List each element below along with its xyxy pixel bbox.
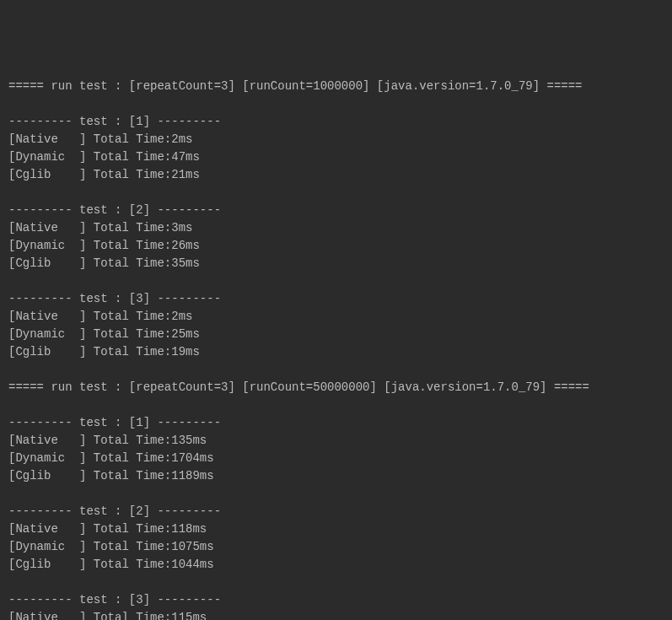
console-line: [Native ] Total Time:115ms: [8, 609, 664, 620]
console-line: [Dynamic ] Total Time:25ms: [8, 326, 664, 343]
console-line: [8, 361, 664, 379]
console-line: --------- test : [1] ---------: [8, 414, 664, 432]
console-line: [8, 396, 664, 414]
console-line: ===== run test : [repeatCount=3] [runCou…: [8, 379, 664, 396]
console-line: [Native ] Total Time:2ms: [8, 131, 664, 148]
console-line: [8, 95, 664, 113]
console-line: [Cglib ] Total Time:19ms: [8, 343, 664, 361]
console-line: --------- test : [2] ---------: [8, 503, 664, 520]
console-line: [8, 184, 664, 202]
console-line: [Native ] Total Time:3ms: [8, 219, 664, 237]
console-line: [Native ] Total Time:118ms: [8, 520, 664, 538]
console-line: [Dynamic ] Total Time:47ms: [8, 148, 664, 166]
console-line: [Cglib ] Total Time:1044ms: [8, 556, 664, 574]
console-line: [Cglib ] Total Time:35ms: [8, 255, 664, 272]
console-line: --------- test : [1] ---------: [8, 113, 664, 131]
console-line: [8, 574, 664, 591]
console-line: [Dynamic ] Total Time:1704ms: [8, 450, 664, 467]
console-line: [Native ] Total Time:2ms: [8, 308, 664, 326]
console-line: --------- test : [3] ---------: [8, 591, 664, 609]
console-line: [Native ] Total Time:135ms: [8, 432, 664, 450]
console-line: [Cglib ] Total Time:1189ms: [8, 467, 664, 485]
console-output: ===== run test : [repeatCount=3] [runCou…: [8, 78, 664, 620]
console-line: ===== run test : [repeatCount=3] [runCou…: [8, 78, 664, 95]
console-line: [8, 272, 664, 290]
console-line: --------- test : [3] ---------: [8, 290, 664, 308]
console-line: --------- test : [2] ---------: [8, 202, 664, 219]
console-line: [Dynamic ] Total Time:1075ms: [8, 538, 664, 556]
console-line: [Cglib ] Total Time:21ms: [8, 166, 664, 184]
console-line: [8, 485, 664, 503]
console-line: [Dynamic ] Total Time:26ms: [8, 237, 664, 255]
